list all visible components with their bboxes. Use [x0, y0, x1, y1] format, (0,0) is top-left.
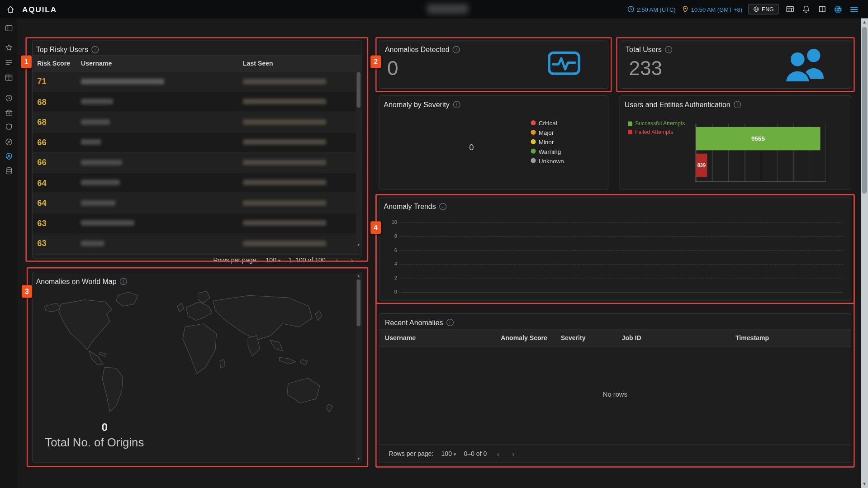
- risk-score: 71: [33, 77, 81, 86]
- next-page-button[interactable]: ›: [510, 450, 517, 458]
- table-row[interactable]: 66: [33, 152, 361, 173]
- risk-score: 66: [33, 158, 81, 167]
- risk-score: 64: [33, 178, 81, 187]
- risk-score: 66: [33, 137, 81, 147]
- empty-state: No rows: [379, 390, 851, 398]
- info-icon[interactable]: [453, 46, 460, 53]
- scroll-down-icon[interactable]: ▼: [861, 481, 868, 488]
- shield-icon[interactable]: [5, 123, 13, 131]
- database-icon[interactable]: [5, 167, 13, 175]
- total-users-card: Total Users 233: [620, 41, 852, 89]
- language-selector[interactable]: ENG: [749, 4, 779, 14]
- info-icon[interactable]: [120, 278, 127, 285]
- info-icon[interactable]: [446, 319, 454, 326]
- book-icon[interactable]: [817, 4, 827, 14]
- home-icon[interactable]: [5, 4, 15, 14]
- legend-item[interactable]: Warning: [531, 147, 564, 156]
- rows-per-page-label: Rows per page:: [213, 256, 258, 263]
- legend-swatch: [628, 121, 632, 126]
- info-icon[interactable]: [665, 46, 672, 53]
- scroll-down-icon[interactable]: ▼: [356, 456, 361, 461]
- legend-dot: [531, 120, 536, 125]
- table-scrollbar[interactable]: ▼: [356, 71, 361, 247]
- left-sidebar: [0, 18, 18, 488]
- compass-icon[interactable]: [5, 138, 13, 146]
- pagination-range: 0–0 of 0: [464, 450, 487, 457]
- prev-page-button[interactable]: ‹: [495, 450, 502, 458]
- hamburger-menu-icon[interactable]: [849, 4, 859, 14]
- user-shield-icon[interactable]: [5, 152, 13, 160]
- earth-icon[interactable]: [833, 4, 843, 14]
- app-viewport: AQUILA 2:50 AM (UTC) 10:50 AM (GMT +8) E…: [0, 0, 868, 488]
- redacted-timestamp: [243, 241, 326, 246]
- table-row[interactable]: 66: [33, 132, 361, 152]
- table-row[interactable]: 64: [33, 173, 361, 193]
- redacted-username: [81, 241, 104, 246]
- prev-page-button[interactable]: ‹: [333, 256, 341, 264]
- top-navbar: AQUILA 2:50 AM (UTC) 10:50 AM (GMT +8) E…: [0, 0, 868, 18]
- rows-per-page-select[interactable]: 100▾: [441, 450, 456, 457]
- card-title: Top Risky Users: [36, 45, 88, 53]
- redacted-timestamp: [243, 160, 326, 165]
- card-title: Recent Anomalies: [385, 318, 443, 327]
- info-icon[interactable]: [453, 101, 460, 108]
- redacted-nav-text: [427, 4, 468, 14]
- trends-chart: 10 8 6 4 2 0: [385, 219, 846, 295]
- table-header: Username Anomaly Score Severity Job ID T…: [379, 329, 851, 347]
- layout-panel-icon[interactable]: [5, 24, 13, 32]
- y-tick: 6: [385, 247, 397, 253]
- brand-logo[interactable]: AQUILA: [22, 5, 57, 14]
- scroll-up-icon[interactable]: ▲: [356, 274, 361, 279]
- scroll-up-icon[interactable]: ▲: [861, 19, 868, 26]
- pagination-range: 1–100 of 100: [288, 256, 325, 263]
- table-row[interactable]: 63: [33, 233, 361, 254]
- legend-item[interactable]: Major: [531, 128, 564, 137]
- rows-per-page-label: Rows per page:: [389, 450, 434, 457]
- table-pagination: Rows per page: 100▾ 0–0 of 0 ‹ ›: [379, 444, 851, 462]
- scrollbar-thumb[interactable]: [862, 27, 867, 194]
- world-map[interactable]: [35, 288, 354, 426]
- page-scrollbar[interactable]: ▲ ▼: [861, 18, 868, 488]
- list-icon[interactable]: [5, 59, 13, 66]
- auth-bar[interactable]: 9555: [696, 127, 820, 151]
- anomalies-world-map-card: Anomalies on World Map 0 Tot: [32, 272, 361, 463]
- history-clock-icon[interactable]: [5, 94, 13, 102]
- y-tick: 10: [385, 220, 397, 225]
- redacted-timestamp: [243, 119, 326, 124]
- table-icon[interactable]: [5, 74, 13, 81]
- legend-item[interactable]: Unknown: [531, 156, 564, 166]
- legend-item[interactable]: Minor: [531, 137, 564, 147]
- auth-card: Users and Entities Authentication Succes…: [620, 95, 852, 190]
- redacted-timestamp: [243, 79, 326, 84]
- grid-icon[interactable]: [785, 4, 795, 14]
- next-page-button[interactable]: ›: [348, 256, 356, 264]
- table-row[interactable]: 71: [33, 71, 361, 92]
- redacted-timestamp: [243, 99, 326, 104]
- info-icon[interactable]: [734, 101, 741, 108]
- auth-bar[interactable]: 839: [696, 154, 707, 177]
- top-risky-users-card: Top Risky Users Risk Score Username Last…: [32, 40, 361, 258]
- map-scrollbar[interactable]: ▲ ▼: [356, 274, 361, 461]
- risk-score: 63: [33, 218, 81, 228]
- table-row[interactable]: 68: [33, 92, 361, 112]
- legend-item[interactable]: Critical: [531, 118, 564, 128]
- table-row[interactable]: 63: [33, 213, 361, 233]
- table-row[interactable]: 64: [33, 193, 361, 213]
- rows-per-page-select[interactable]: 100▾: [266, 256, 281, 263]
- info-icon[interactable]: [439, 203, 446, 210]
- y-tick: 0: [385, 289, 397, 294]
- info-icon[interactable]: [91, 46, 99, 53]
- caret-down-icon: ▾: [454, 451, 456, 457]
- legend-item[interactable]: Failed Attempts: [628, 128, 685, 136]
- bell-icon[interactable]: [801, 4, 811, 14]
- severity-total: 0: [469, 142, 474, 152]
- table-row[interactable]: 68: [33, 112, 361, 133]
- bank-icon[interactable]: [5, 109, 13, 116]
- redacted-username: [81, 200, 115, 205]
- anomaly-trends-card: Anomaly Trends 10 8 6 4 2 0: [379, 198, 851, 301]
- origins-label: Total No. of Origins: [45, 436, 144, 449]
- star-icon[interactable]: [5, 44, 13, 52]
- bar-value: 9555: [751, 135, 765, 142]
- scroll-down-icon[interactable]: ▼: [356, 243, 361, 247]
- legend-item[interactable]: Successful Attempts: [628, 119, 685, 128]
